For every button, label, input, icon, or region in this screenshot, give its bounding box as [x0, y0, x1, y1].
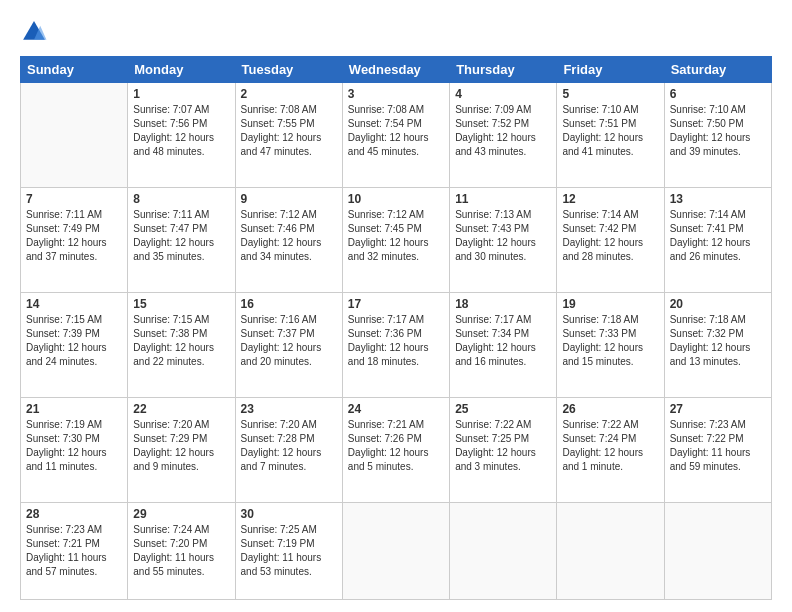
day-number: 16	[241, 297, 337, 311]
calendar-cell: 25Sunrise: 7:22 AMSunset: 7:25 PMDayligh…	[450, 398, 557, 503]
cell-info: Sunrise: 7:11 AMSunset: 7:49 PMDaylight:…	[26, 208, 122, 264]
calendar-cell: 17Sunrise: 7:17 AMSunset: 7:36 PMDayligh…	[342, 293, 449, 398]
dow-header: Monday	[128, 57, 235, 83]
day-number: 23	[241, 402, 337, 416]
calendar-cell: 12Sunrise: 7:14 AMSunset: 7:42 PMDayligh…	[557, 188, 664, 293]
calendar-cell: 15Sunrise: 7:15 AMSunset: 7:38 PMDayligh…	[128, 293, 235, 398]
calendar-cell: 28Sunrise: 7:23 AMSunset: 7:21 PMDayligh…	[21, 503, 128, 600]
calendar-cell: 10Sunrise: 7:12 AMSunset: 7:45 PMDayligh…	[342, 188, 449, 293]
day-number: 21	[26, 402, 122, 416]
calendar-cell: 1Sunrise: 7:07 AMSunset: 7:56 PMDaylight…	[128, 83, 235, 188]
calendar-cell: 13Sunrise: 7:14 AMSunset: 7:41 PMDayligh…	[664, 188, 771, 293]
cell-info: Sunrise: 7:08 AMSunset: 7:55 PMDaylight:…	[241, 103, 337, 159]
calendar-cell	[342, 503, 449, 600]
cell-info: Sunrise: 7:20 AMSunset: 7:29 PMDaylight:…	[133, 418, 229, 474]
day-number: 5	[562, 87, 658, 101]
cell-info: Sunrise: 7:12 AMSunset: 7:46 PMDaylight:…	[241, 208, 337, 264]
calendar-body: 1Sunrise: 7:07 AMSunset: 7:56 PMDaylight…	[21, 83, 772, 600]
day-number: 3	[348, 87, 444, 101]
calendar-cell	[664, 503, 771, 600]
day-number: 22	[133, 402, 229, 416]
day-number: 29	[133, 507, 229, 521]
calendar-cell	[21, 83, 128, 188]
day-number: 12	[562, 192, 658, 206]
day-number: 18	[455, 297, 551, 311]
calendar-table: SundayMondayTuesdayWednesdayThursdayFrid…	[20, 56, 772, 600]
cell-info: Sunrise: 7:10 AMSunset: 7:50 PMDaylight:…	[670, 103, 766, 159]
cell-info: Sunrise: 7:22 AMSunset: 7:24 PMDaylight:…	[562, 418, 658, 474]
dow-header: Wednesday	[342, 57, 449, 83]
day-of-week-row: SundayMondayTuesdayWednesdayThursdayFrid…	[21, 57, 772, 83]
calendar-cell: 14Sunrise: 7:15 AMSunset: 7:39 PMDayligh…	[21, 293, 128, 398]
day-number: 2	[241, 87, 337, 101]
calendar-cell: 22Sunrise: 7:20 AMSunset: 7:29 PMDayligh…	[128, 398, 235, 503]
cell-info: Sunrise: 7:15 AMSunset: 7:38 PMDaylight:…	[133, 313, 229, 369]
day-number: 28	[26, 507, 122, 521]
cell-info: Sunrise: 7:13 AMSunset: 7:43 PMDaylight:…	[455, 208, 551, 264]
day-number: 25	[455, 402, 551, 416]
cell-info: Sunrise: 7:09 AMSunset: 7:52 PMDaylight:…	[455, 103, 551, 159]
calendar-cell: 24Sunrise: 7:21 AMSunset: 7:26 PMDayligh…	[342, 398, 449, 503]
cell-info: Sunrise: 7:12 AMSunset: 7:45 PMDaylight:…	[348, 208, 444, 264]
cell-info: Sunrise: 7:07 AMSunset: 7:56 PMDaylight:…	[133, 103, 229, 159]
calendar-cell: 23Sunrise: 7:20 AMSunset: 7:28 PMDayligh…	[235, 398, 342, 503]
cell-info: Sunrise: 7:25 AMSunset: 7:19 PMDaylight:…	[241, 523, 337, 579]
calendar-cell: 29Sunrise: 7:24 AMSunset: 7:20 PMDayligh…	[128, 503, 235, 600]
dow-header: Tuesday	[235, 57, 342, 83]
calendar-cell: 4Sunrise: 7:09 AMSunset: 7:52 PMDaylight…	[450, 83, 557, 188]
calendar-week-row: 1Sunrise: 7:07 AMSunset: 7:56 PMDaylight…	[21, 83, 772, 188]
cell-info: Sunrise: 7:24 AMSunset: 7:20 PMDaylight:…	[133, 523, 229, 579]
cell-info: Sunrise: 7:19 AMSunset: 7:30 PMDaylight:…	[26, 418, 122, 474]
calendar-cell: 26Sunrise: 7:22 AMSunset: 7:24 PMDayligh…	[557, 398, 664, 503]
day-number: 20	[670, 297, 766, 311]
calendar-cell: 19Sunrise: 7:18 AMSunset: 7:33 PMDayligh…	[557, 293, 664, 398]
dow-header: Saturday	[664, 57, 771, 83]
cell-info: Sunrise: 7:14 AMSunset: 7:42 PMDaylight:…	[562, 208, 658, 264]
calendar-cell: 7Sunrise: 7:11 AMSunset: 7:49 PMDaylight…	[21, 188, 128, 293]
calendar-cell: 27Sunrise: 7:23 AMSunset: 7:22 PMDayligh…	[664, 398, 771, 503]
cell-info: Sunrise: 7:17 AMSunset: 7:36 PMDaylight:…	[348, 313, 444, 369]
calendar-cell: 3Sunrise: 7:08 AMSunset: 7:54 PMDaylight…	[342, 83, 449, 188]
cell-info: Sunrise: 7:15 AMSunset: 7:39 PMDaylight:…	[26, 313, 122, 369]
page: SundayMondayTuesdayWednesdayThursdayFrid…	[0, 0, 792, 612]
calendar-cell: 9Sunrise: 7:12 AMSunset: 7:46 PMDaylight…	[235, 188, 342, 293]
cell-info: Sunrise: 7:11 AMSunset: 7:47 PMDaylight:…	[133, 208, 229, 264]
day-number: 7	[26, 192, 122, 206]
day-number: 10	[348, 192, 444, 206]
day-number: 30	[241, 507, 337, 521]
day-number: 17	[348, 297, 444, 311]
dow-header: Friday	[557, 57, 664, 83]
cell-info: Sunrise: 7:23 AMSunset: 7:21 PMDaylight:…	[26, 523, 122, 579]
calendar-cell: 30Sunrise: 7:25 AMSunset: 7:19 PMDayligh…	[235, 503, 342, 600]
calendar-cell: 8Sunrise: 7:11 AMSunset: 7:47 PMDaylight…	[128, 188, 235, 293]
cell-info: Sunrise: 7:18 AMSunset: 7:32 PMDaylight:…	[670, 313, 766, 369]
cell-info: Sunrise: 7:14 AMSunset: 7:41 PMDaylight:…	[670, 208, 766, 264]
day-number: 6	[670, 87, 766, 101]
cell-info: Sunrise: 7:10 AMSunset: 7:51 PMDaylight:…	[562, 103, 658, 159]
calendar-cell: 11Sunrise: 7:13 AMSunset: 7:43 PMDayligh…	[450, 188, 557, 293]
day-number: 1	[133, 87, 229, 101]
calendar-cell	[557, 503, 664, 600]
cell-info: Sunrise: 7:22 AMSunset: 7:25 PMDaylight:…	[455, 418, 551, 474]
cell-info: Sunrise: 7:21 AMSunset: 7:26 PMDaylight:…	[348, 418, 444, 474]
cell-info: Sunrise: 7:20 AMSunset: 7:28 PMDaylight:…	[241, 418, 337, 474]
cell-info: Sunrise: 7:17 AMSunset: 7:34 PMDaylight:…	[455, 313, 551, 369]
day-number: 11	[455, 192, 551, 206]
calendar-cell: 6Sunrise: 7:10 AMSunset: 7:50 PMDaylight…	[664, 83, 771, 188]
calendar-week-row: 14Sunrise: 7:15 AMSunset: 7:39 PMDayligh…	[21, 293, 772, 398]
logo-icon	[20, 18, 48, 46]
dow-header: Sunday	[21, 57, 128, 83]
calendar-cell: 16Sunrise: 7:16 AMSunset: 7:37 PMDayligh…	[235, 293, 342, 398]
day-number: 9	[241, 192, 337, 206]
day-number: 24	[348, 402, 444, 416]
dow-header: Thursday	[450, 57, 557, 83]
cell-info: Sunrise: 7:18 AMSunset: 7:33 PMDaylight:…	[562, 313, 658, 369]
calendar-week-row: 21Sunrise: 7:19 AMSunset: 7:30 PMDayligh…	[21, 398, 772, 503]
day-number: 14	[26, 297, 122, 311]
calendar-cell: 21Sunrise: 7:19 AMSunset: 7:30 PMDayligh…	[21, 398, 128, 503]
calendar-cell: 20Sunrise: 7:18 AMSunset: 7:32 PMDayligh…	[664, 293, 771, 398]
calendar-cell: 5Sunrise: 7:10 AMSunset: 7:51 PMDaylight…	[557, 83, 664, 188]
logo	[20, 18, 52, 46]
day-number: 26	[562, 402, 658, 416]
calendar-week-row: 7Sunrise: 7:11 AMSunset: 7:49 PMDaylight…	[21, 188, 772, 293]
